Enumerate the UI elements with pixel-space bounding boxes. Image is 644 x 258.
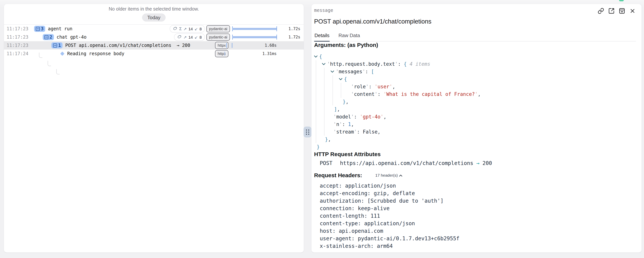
arguments-heading: Arguments: (as Python) [314,42,636,48]
row-timestamp: 11:17:24 [4,51,28,56]
code-line: 'content': 'What is the capital of Franc… [314,90,636,98]
headers-collapse-toggle[interactable]: 17 header(s) [375,173,402,178]
today-button[interactable]: Today [142,14,165,22]
span-count-badge[interactable]: 2 [43,34,54,40]
header-line: user-agent: pydantic-ai/0.1.7.dev13+c6b2… [320,235,636,242]
close-panel-button[interactable] [629,8,636,14]
trace-row[interactable]: 11:17:24 Reading response body httpx 1.3… [4,50,304,58]
row-label: chat gpt-4o [56,34,86,40]
detail-toolbar [598,8,636,14]
tree-connector [56,69,60,74]
panel-resize-handle[interactable] [304,126,312,138]
code-line: { [314,75,636,83]
indent-guide [316,60,316,143]
tokens-in-count: 14 [188,27,193,31]
row-timestamp: 11:17:23 [4,43,28,48]
code-line: 'n': 1, [314,120,636,128]
row-duration: 1.72s [282,26,304,31]
coin-icon [177,34,182,40]
chevron-down-icon[interactable] [339,78,342,80]
code-line: } [314,143,636,151]
header-line: accept: application/json [320,182,636,190]
code-line: 'role': 'user', [314,83,636,90]
coin-icon [173,26,178,32]
request-headers-heading: Request Headers: [314,172,362,179]
row-label: POST api.openai.com/v1/chat/completions [65,43,171,48]
code-line: }, [314,98,636,106]
span-title: POST api.openai.com/v1/chat/completions [314,18,636,25]
header-line: connection: keep-alive [320,204,636,212]
trace-row[interactable]: 11:17:23 1 POST api.openai.com/v1/chat/c… [4,41,304,50]
tokens-in-arrow-icon: ↗ [184,27,187,31]
detail-panel: message POST api.openai.com/v1/chat/comp… [311,4,642,253]
instrumentation-tag[interactable]: pydantic-ai [206,34,230,41]
span-count-badge[interactable]: 3 [34,26,45,32]
tab-details[interactable]: Details [314,32,330,41]
collapse-box-icon [53,44,57,48]
row-duration: 1.68s [232,43,280,48]
http-request-line: POST https://api.openai.com/v1/chat/comp… [314,159,636,167]
trace-row[interactable]: 11:17:23 3 agent run Σ ↗ 14 ↙ 8 pydantic… [4,25,304,33]
row-label: Reading response body [67,51,124,56]
indent-guide [332,75,333,106]
chevron-down-icon[interactable] [322,63,326,65]
headers-count: 17 header(s) [375,173,398,178]
token-stats-pill[interactable]: ↗ 14 ↙ 8 [174,33,205,41]
code-line: 'stream': False, [314,128,636,136]
header-line: host: api.openai.com [320,227,636,235]
trace-list-panel: No older items in the selected time wind… [4,4,304,253]
row-label: agent run [48,26,72,32]
arguments-code-tree: {'http.request.body.text': { 4 items'mes… [314,53,636,151]
collapse-box-icon [44,35,48,39]
token-stats-pill[interactable]: Σ ↗ 14 ↙ 8 [170,25,205,32]
collapse-box-icon [36,27,40,31]
http-status: 200 [482,160,492,166]
chevron-down-icon[interactable] [331,70,334,73]
http-attributes-heading: HTTP Request Attributes [314,151,636,158]
code-line: { [314,53,636,60]
indent-guide [341,83,341,98]
chevron-down-icon[interactable] [314,55,318,58]
code-line: 'messages': [ [314,68,636,75]
row-timestamp: 11:17:23 [4,34,28,40]
request-headers-list: accept: application/jsonaccept-encoding:… [314,182,636,250]
indent-guide [324,68,324,136]
header-line: x-stainless-arch: arm64 [320,242,636,250]
code-line: }, [314,136,636,143]
close-icon [629,8,636,15]
span-count-badge[interactable]: 1 [52,42,62,48]
dock-panel-button[interactable] [618,8,625,14]
detail-tabs: DetailsRaw Data [314,32,636,42]
chevron-up-icon [399,173,402,178]
header-line: authorization: [Scrubbed due to 'auth'] [320,197,636,204]
tokens-out-count: 8 [200,27,202,31]
tokens-out-arrow-icon: ↙ [194,35,198,39]
row-duration: 1.31ms [232,52,280,56]
arrow-right-icon: → [476,160,480,166]
tokens-in-arrow-icon: ↗ [184,35,187,39]
span-kind-label: message [314,8,333,13]
empty-state: No older items in the selected time wind… [4,4,304,25]
tokens-out-count: 8 [200,35,202,39]
tab-raw-data[interactable]: Raw Data [338,32,360,41]
instrumentation-tag[interactable]: pydantic-ai [206,25,230,32]
header-line: content-type: application/json [320,220,636,227]
code-line: 'model': 'gpt-4o', [314,113,636,120]
tree-connector [48,61,51,66]
tree-connector [39,52,42,58]
open-in-new-icon [608,8,614,15]
http-method: POST [320,160,332,166]
open-in-new-button[interactable] [608,8,615,14]
trace-rows: 11:17:23 3 agent run Σ ↗ 14 ↙ 8 pydantic… [4,25,304,58]
dock-to-bottom-icon [619,8,625,15]
copy-link-button[interactable] [598,8,604,14]
sigma-icon: Σ [179,27,182,31]
empty-notice: No older items in the selected time wind… [4,4,304,12]
row-status: → 200 [177,43,190,48]
tokens-in-count: 14 [188,35,193,39]
row-timestamp: 11:17:23 [4,26,28,32]
duration-bar [232,25,280,33]
trace-row[interactable]: 11:17:23 2 chat gpt-4o ↗ 14 ↙ 8 pydantic… [4,33,304,41]
grip-dots-icon [306,130,309,135]
instrumentation-tag[interactable]: httpx [215,50,228,57]
